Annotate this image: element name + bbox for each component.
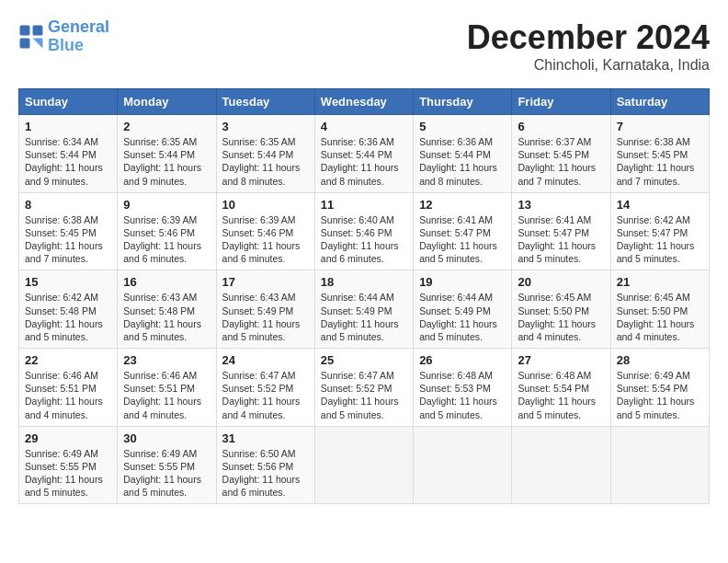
day-info: Sunrise: 6:46 AM Sunset: 5:51 PM Dayligh… [123, 369, 210, 421]
day-info: Sunrise: 6:37 AM Sunset: 5:45 PM Dayligh… [518, 135, 604, 188]
day-number: 11 [321, 198, 407, 212]
day-info: Sunrise: 6:42 AM Sunset: 5:47 PM Dayligh… [617, 213, 703, 266]
calendar-day-cell: 9Sunrise: 6:39 AM Sunset: 5:46 PM Daylig… [118, 192, 216, 270]
weekday-header-cell: Monday [118, 89, 216, 115]
day-number: 19 [419, 275, 506, 289]
calendar-week-row: 8Sunrise: 6:38 AM Sunset: 5:45 PM Daylig… [19, 192, 710, 270]
calendar-day-cell: 20Sunrise: 6:45 AM Sunset: 5:50 PM Dayli… [512, 270, 610, 349]
calendar-day-cell: 14Sunrise: 6:42 AM Sunset: 5:47 PM Dayli… [610, 192, 709, 270]
day-number: 20 [518, 275, 604, 289]
calendar-day-cell: 6Sunrise: 6:37 AM Sunset: 5:45 PM Daylig… [512, 115, 610, 193]
day-info: Sunrise: 6:41 AM Sunset: 5:47 PM Dayligh… [419, 213, 506, 266]
calendar-day-cell: 18Sunrise: 6:44 AM Sunset: 5:49 PM Dayli… [314, 270, 413, 349]
day-number: 15 [25, 275, 111, 289]
day-number: 21 [617, 275, 703, 289]
weekday-header-cell: Sunday [19, 89, 118, 115]
day-info: Sunrise: 6:44 AM Sunset: 5:49 PM Dayligh… [419, 291, 506, 343]
calendar-day-cell: 31Sunrise: 6:50 AM Sunset: 5:56 PM Dayli… [216, 426, 314, 504]
day-number: 17 [222, 275, 309, 289]
calendar-day-cell: 10Sunrise: 6:39 AM Sunset: 5:46 PM Dayli… [216, 192, 314, 270]
weekday-header-row: SundayMondayTuesdayWednesdayThursdayFrid… [19, 89, 710, 115]
day-number: 4 [321, 120, 407, 133]
weekday-header-cell: Thursday [414, 89, 512, 115]
calendar-day-cell: 28Sunrise: 6:49 AM Sunset: 5:54 PM Dayli… [610, 349, 709, 427]
calendar-day-cell: 15Sunrise: 6:42 AM Sunset: 5:48 PM Dayli… [19, 270, 118, 349]
calendar-day-cell: 2Sunrise: 6:35 AM Sunset: 5:44 PM Daylig… [118, 115, 216, 193]
day-info: Sunrise: 6:36 AM Sunset: 5:44 PM Dayligh… [321, 135, 407, 188]
day-info: Sunrise: 6:48 AM Sunset: 5:53 PM Dayligh… [419, 369, 506, 421]
weekday-header-cell: Saturday [610, 89, 709, 115]
day-info: Sunrise: 6:50 AM Sunset: 5:56 PM Dayligh… [222, 447, 309, 500]
day-info: Sunrise: 6:49 AM Sunset: 5:55 PM Dayligh… [123, 447, 210, 500]
calendar-day-cell: 4Sunrise: 6:36 AM Sunset: 5:44 PM Daylig… [314, 115, 413, 193]
day-info: Sunrise: 6:49 AM Sunset: 5:55 PM Dayligh… [25, 447, 111, 500]
day-number: 30 [123, 431, 210, 445]
calendar-day-cell: 26Sunrise: 6:48 AM Sunset: 5:53 PM Dayli… [414, 349, 512, 427]
svg-marker-3 [33, 38, 43, 48]
day-number: 9 [123, 198, 210, 212]
day-number: 25 [321, 353, 407, 367]
day-number: 23 [123, 353, 210, 367]
calendar-day-cell: 16Sunrise: 6:43 AM Sunset: 5:48 PM Dayli… [118, 270, 216, 349]
day-info: Sunrise: 6:39 AM Sunset: 5:46 PM Dayligh… [222, 213, 309, 266]
calendar-day-cell: 13Sunrise: 6:41 AM Sunset: 5:47 PM Dayli… [512, 192, 610, 270]
day-number: 5 [419, 120, 506, 133]
calendar-day-cell [512, 426, 610, 504]
day-number: 22 [25, 353, 111, 367]
svg-rect-0 [20, 25, 30, 35]
calendar-day-cell: 17Sunrise: 6:43 AM Sunset: 5:49 PM Dayli… [216, 270, 314, 349]
svg-rect-2 [20, 38, 30, 48]
day-number: 6 [518, 120, 604, 133]
logo-icon [18, 24, 44, 50]
day-info: Sunrise: 6:43 AM Sunset: 5:48 PM Dayligh… [123, 291, 210, 343]
calendar-day-cell: 23Sunrise: 6:46 AM Sunset: 5:51 PM Dayli… [118, 349, 216, 427]
day-number: 28 [617, 353, 703, 367]
day-number: 10 [222, 198, 309, 212]
calendar-day-cell: 12Sunrise: 6:41 AM Sunset: 5:47 PM Dayli… [414, 192, 512, 270]
calendar-day-cell: 22Sunrise: 6:46 AM Sunset: 5:51 PM Dayli… [19, 349, 118, 427]
day-number: 7 [617, 120, 703, 133]
calendar-day-cell [610, 426, 709, 504]
day-number: 31 [222, 431, 309, 445]
location-title: Chincholi, Karnataka, India [467, 57, 710, 74]
day-info: Sunrise: 6:46 AM Sunset: 5:51 PM Dayligh… [25, 369, 111, 421]
calendar-day-cell: 1Sunrise: 6:34 AM Sunset: 5:44 PM Daylig… [19, 115, 118, 193]
calendar-week-row: 29Sunrise: 6:49 AM Sunset: 5:55 PM Dayli… [19, 426, 710, 504]
calendar-day-cell: 29Sunrise: 6:49 AM Sunset: 5:55 PM Dayli… [19, 426, 118, 504]
day-info: Sunrise: 6:45 AM Sunset: 5:50 PM Dayligh… [617, 291, 703, 343]
day-number: 8 [25, 198, 111, 212]
calendar-day-cell: 3Sunrise: 6:35 AM Sunset: 5:44 PM Daylig… [216, 115, 314, 193]
weekday-header-cell: Tuesday [216, 89, 314, 115]
day-info: Sunrise: 6:49 AM Sunset: 5:54 PM Dayligh… [617, 369, 703, 421]
weekday-header-cell: Friday [512, 89, 610, 115]
day-number: 27 [518, 353, 604, 367]
day-info: Sunrise: 6:47 AM Sunset: 5:52 PM Dayligh… [222, 369, 309, 421]
day-info: Sunrise: 6:34 AM Sunset: 5:44 PM Dayligh… [25, 135, 111, 188]
calendar-day-cell: 19Sunrise: 6:44 AM Sunset: 5:49 PM Dayli… [414, 270, 512, 349]
day-info: Sunrise: 6:38 AM Sunset: 5:45 PM Dayligh… [25, 213, 111, 266]
calendar-day-cell: 30Sunrise: 6:49 AM Sunset: 5:55 PM Dayli… [118, 426, 216, 504]
calendar-day-cell: 7Sunrise: 6:38 AM Sunset: 5:45 PM Daylig… [610, 115, 709, 193]
day-info: Sunrise: 6:41 AM Sunset: 5:47 PM Dayligh… [518, 213, 604, 266]
calendar-day-cell: 5Sunrise: 6:36 AM Sunset: 5:44 PM Daylig… [414, 115, 512, 193]
day-info: Sunrise: 6:43 AM Sunset: 5:49 PM Dayligh… [222, 291, 309, 343]
day-number: 3 [222, 120, 309, 133]
day-info: Sunrise: 6:42 AM Sunset: 5:48 PM Dayligh… [25, 291, 111, 343]
calendar-day-cell [414, 426, 512, 504]
logo: GeneralBlue [18, 18, 109, 55]
calendar-day-cell [314, 426, 413, 504]
page-header: GeneralBlue December 2024 Chincholi, Kar… [18, 18, 710, 74]
day-info: Sunrise: 6:40 AM Sunset: 5:46 PM Dayligh… [321, 213, 407, 266]
day-number: 24 [222, 353, 309, 367]
day-info: Sunrise: 6:38 AM Sunset: 5:45 PM Dayligh… [617, 135, 703, 188]
day-info: Sunrise: 6:48 AM Sunset: 5:54 PM Dayligh… [518, 369, 604, 421]
calendar-day-cell: 21Sunrise: 6:45 AM Sunset: 5:50 PM Dayli… [610, 270, 709, 349]
day-info: Sunrise: 6:39 AM Sunset: 5:46 PM Dayligh… [123, 213, 210, 266]
day-number: 2 [123, 120, 210, 133]
title-block: December 2024 Chincholi, Karnataka, Indi… [467, 18, 710, 74]
calendar-table: SundayMondayTuesdayWednesdayThursdayFrid… [18, 88, 710, 504]
calendar-day-cell: 25Sunrise: 6:47 AM Sunset: 5:52 PM Dayli… [314, 349, 413, 427]
day-info: Sunrise: 6:36 AM Sunset: 5:44 PM Dayligh… [419, 135, 506, 188]
day-number: 18 [321, 275, 407, 289]
day-number: 14 [617, 198, 703, 212]
